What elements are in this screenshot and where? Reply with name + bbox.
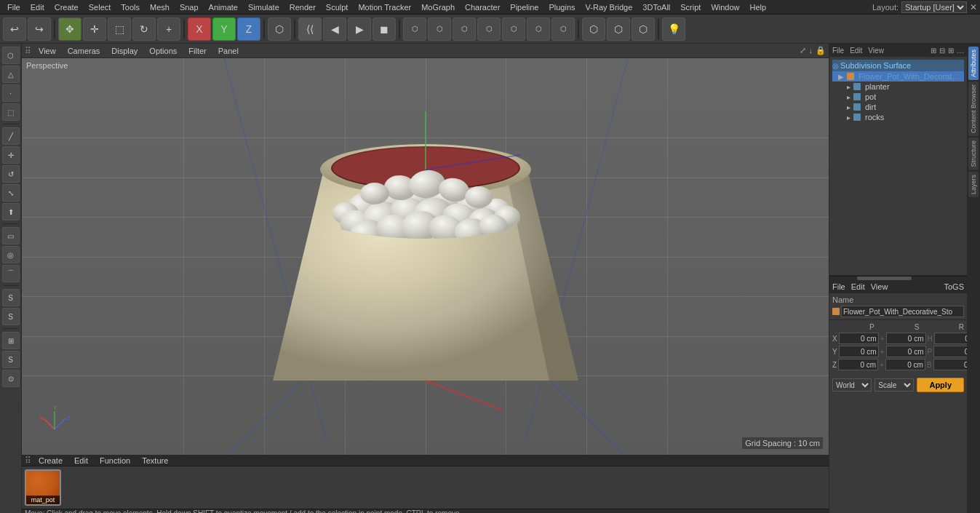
menu-character[interactable]: Character — [461, 3, 504, 12]
menu-select[interactable]: Select — [84, 3, 116, 12]
attr-file-tab[interactable]: File — [832, 282, 845, 291]
undo-button[interactable]: ↩ — [3, 17, 26, 41]
viewport-tab-filter[interactable]: Filter — [184, 47, 210, 55]
z-pos-input[interactable] — [838, 359, 878, 370]
scale-tool-button[interactable]: ⬚ — [108, 17, 131, 41]
tool-move[interactable]: ✛ — [2, 146, 20, 164]
obj-tool-btn4[interactable]: ⬡ — [477, 17, 501, 41]
menu-motion-tracker[interactable]: Motion Tracker — [354, 3, 415, 12]
menu-tools[interactable]: Tools — [116, 3, 144, 12]
scene-tree-view[interactable]: View — [868, 47, 884, 55]
menu-3dtoall[interactable]: 3DToAll — [638, 3, 674, 12]
menu-mesh[interactable]: Mesh — [146, 3, 174, 12]
menu-edit[interactable]: Edit — [26, 3, 49, 12]
y-pos-input[interactable] — [839, 346, 879, 357]
tree-scroll-thumb[interactable] — [857, 277, 912, 280]
tool-select-rect[interactable]: ▭ — [2, 227, 20, 244]
apply-button[interactable]: Apply — [917, 378, 964, 392]
tree-item-flower-pot[interactable]: ▶ Flower_Pot_With_Decorative_Sto — [832, 71, 964, 81]
viewport-tab-view[interactable]: View — [34, 47, 60, 55]
tool-object[interactable]: ⬚ — [2, 103, 20, 121]
tool-select-lasso[interactable]: ⌒ — [2, 265, 20, 282]
viewport-maximize-icon[interactable]: ⤢ — [800, 46, 806, 55]
menu-script[interactable]: Script — [676, 3, 705, 12]
y-size-input[interactable] — [886, 346, 926, 357]
viewport-tab-panel[interactable]: Panel — [214, 47, 243, 55]
play-btn[interactable]: ▶ — [348, 17, 371, 41]
attr-edit-tab[interactable]: Edit — [851, 282, 865, 291]
scene-tree-icon2[interactable]: ⊟ — [939, 47, 945, 55]
tool-align[interactable]: S — [2, 351, 20, 368]
play-reverse-btn[interactable]: ◀ — [323, 17, 346, 41]
attr-view-tab[interactable]: View — [871, 282, 888, 291]
menu-plugins[interactable]: Plugins — [544, 3, 579, 12]
tool-paint[interactable]: S — [2, 308, 20, 325]
tool-brush[interactable]: S — [2, 289, 20, 306]
menu-animate[interactable]: Animate — [204, 3, 242, 12]
rtab-layers[interactable]: Layers — [968, 172, 979, 197]
menu-help[interactable]: Help — [746, 3, 771, 12]
layout-select[interactable]: Startup [User] — [901, 1, 967, 13]
scene-tree-icon3[interactable]: ⊞ — [948, 47, 954, 55]
y-axis-button[interactable]: Y — [212, 17, 236, 41]
rtab-attributes[interactable]: Attributes — [968, 47, 979, 80]
close-icon[interactable]: ✕ — [970, 2, 977, 12]
rotate-tool-button[interactable]: ↻ — [132, 17, 156, 41]
tool-record[interactable]: ⊙ — [2, 370, 20, 387]
render-btn[interactable]: ⬡ — [607, 17, 630, 41]
scene-tree-edit[interactable]: Edit — [850, 47, 862, 55]
redo-button[interactable]: ↪ — [28, 17, 51, 41]
light-btn[interactable]: 💡 — [662, 17, 685, 41]
x-axis-button[interactable]: X — [188, 17, 211, 41]
menu-mograph[interactable]: MoGraph — [417, 3, 459, 12]
tool-knife[interactable]: ╱ — [2, 127, 20, 145]
menu-render[interactable]: Render — [285, 3, 320, 12]
tree-item-dirt[interactable]: ▸ dirt — [832, 102, 964, 112]
menu-pipeline[interactable]: Pipeline — [506, 3, 543, 12]
viewport-tab-cameras[interactable]: Cameras — [63, 47, 105, 55]
add-tool-button[interactable]: + — [157, 17, 180, 41]
select-tool-button[interactable]: ✥ — [58, 17, 81, 41]
material-tab-create[interactable]: Create — [34, 456, 67, 465]
tool-extrude[interactable]: ⬆ — [2, 203, 20, 220]
obj-tool-btn2[interactable]: ⬡ — [428, 17, 451, 41]
playback-btn1[interactable]: ⟨⟨ — [298, 17, 322, 41]
scene-tree-file[interactable]: File — [832, 47, 844, 55]
menu-vray-bridge[interactable]: V-Ray Bridge — [581, 3, 637, 12]
x-pos-input[interactable] — [839, 333, 879, 344]
obj-tool-btn5[interactable]: ⬡ — [502, 17, 525, 41]
x-size-input[interactable] — [886, 333, 926, 344]
object-name-input[interactable] — [841, 306, 964, 317]
tool-polygon[interactable]: ⬡ — [2, 47, 20, 64]
menu-sculpt[interactable]: Sculpt — [322, 3, 353, 12]
scale-select[interactable]: Scale — [875, 378, 914, 391]
render-all-btn[interactable]: ⬡ — [632, 17, 655, 41]
menu-file[interactable]: File — [3, 3, 25, 12]
viewport-lock-icon[interactable]: 🔒 — [816, 46, 826, 55]
tree-scrollbar[interactable] — [829, 276, 967, 280]
menu-create[interactable]: Create — [50, 3, 83, 12]
menu-snap[interactable]: Snap — [175, 3, 203, 12]
tree-item-rocks[interactable]: ▸ rocks — [832, 112, 964, 122]
tool-rotate[interactable]: ↺ — [2, 165, 20, 183]
material-tab-texture[interactable]: Texture — [138, 456, 172, 465]
scene-tree-icon1[interactable]: ⊞ — [931, 47, 936, 55]
stop-btn[interactable]: ◼ — [373, 17, 396, 41]
material-tab-function[interactable]: Function — [95, 456, 135, 465]
tool-snap[interactable]: ⊞ — [2, 332, 20, 349]
menu-simulate[interactable]: Simulate — [244, 3, 284, 12]
obj-tool-btn1[interactable]: ⬡ — [403, 17, 426, 41]
rtab-structure[interactable]: Structure — [968, 138, 979, 170]
material-tab-edit[interactable]: Edit — [70, 456, 92, 465]
obj-tool-btn3[interactable]: ⬡ — [453, 17, 476, 41]
tool-scale[interactable]: ⤡ — [2, 184, 20, 202]
viewport-tab-options[interactable]: Options — [145, 47, 181, 55]
tree-item-pot[interactable]: ▸ pot — [832, 92, 964, 102]
viewport-down-icon[interactable]: ↓ — [809, 46, 813, 55]
move-tool-button[interactable]: ✛ — [83, 17, 106, 41]
viewport-3d[interactable]: Z X Y Perspective Grid Spacing : 10 cm 0… — [22, 58, 829, 455]
material-swatch-pot[interactable]: mat_pot — [25, 469, 61, 506]
tool-edge[interactable]: △ — [2, 65, 20, 83]
tool-point[interactable]: · — [2, 84, 20, 102]
obj-tool-btn6[interactable]: ⬡ — [527, 17, 550, 41]
